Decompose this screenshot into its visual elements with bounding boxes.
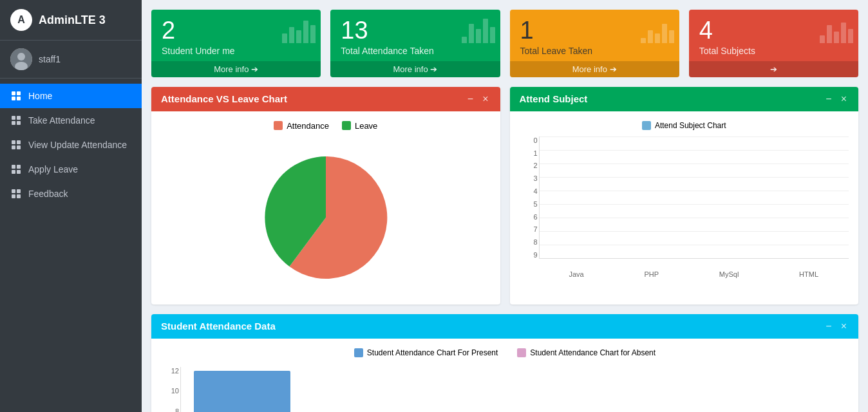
home-icon — [10, 90, 22, 102]
bar4 — [841, 23, 846, 43]
attendance-bar-present — [194, 371, 290, 412]
panel-controls2: − × — [824, 93, 849, 105]
attendance-leave-panel: Attendance VS Leave Chart − × Attendance… — [151, 87, 500, 304]
sidebar-item-view-update-attendance[interactable]: View Update Attendance — [0, 133, 142, 157]
stat-label: Total Subjects — [699, 46, 848, 56]
close-button2[interactable]: × — [839, 93, 849, 105]
attend-subject-panel-body: Attend Subject Chart 9 8 7 6 5 4 3 2 1 — [510, 111, 859, 288]
bar4 — [483, 19, 488, 43]
legend-dot-present — [354, 348, 363, 357]
legend-present: Student Attendance Chart For Present — [354, 348, 498, 357]
stat-label: Student Under me — [162, 46, 310, 56]
legend-dot-bar — [642, 121, 651, 130]
svg-rect-13 — [12, 145, 15, 149]
chart-legend: Attendance Leave — [161, 121, 491, 131]
bar4 — [662, 24, 667, 43]
svg-rect-17 — [12, 170, 15, 174]
stat-more-info[interactable]: More info ➔ — [151, 61, 321, 77]
bar3 — [834, 32, 839, 43]
bar1 — [820, 35, 825, 43]
bar-chart-decorative-icon2 — [462, 17, 495, 43]
bar2 — [289, 27, 294, 43]
stat-card-total-subjects: 4 Total Subjects ➔ — [689, 10, 858, 77]
student-attendance-title: Student Attendance Data — [161, 321, 276, 332]
svg-rect-14 — [17, 145, 21, 149]
sidebar-item-home[interactable]: Home — [0, 84, 142, 108]
svg-rect-16 — [17, 165, 21, 169]
more-info-text: More info — [214, 64, 249, 74]
stat-card-student-under-me: 2 Student Under me More info ➔ — [151, 10, 321, 77]
bars-container — [539, 136, 849, 259]
attendance-leave-panel-body: Attendance Leave — [151, 111, 500, 304]
pie-chart-svg — [249, 147, 403, 288]
user-name: staff1 — [39, 54, 61, 64]
bar-chart-decorative-icon — [282, 17, 316, 43]
sidebar-item-apply-leave[interactable]: Apply Leave — [0, 157, 142, 182]
attend-subject-panel: Attend Subject − × Attend Subject Chart — [510, 87, 859, 304]
x-axis: Java PHP MySql HTML — [539, 260, 849, 278]
take-attendance-icon — [10, 115, 22, 126]
bar4 — [303, 21, 308, 43]
stat-label: Total Leave Taken — [520, 46, 669, 56]
sidebar-item-take-attendance[interactable]: Take Attendance — [0, 108, 142, 133]
bar2 — [827, 25, 832, 43]
minimize-button2[interactable]: − — [824, 93, 833, 105]
stat-more-info[interactable]: More info ➔ — [330, 61, 500, 77]
sidebar-item-feedback[interactable]: Feedback — [0, 182, 142, 206]
bar-chart-decorative-icon4 — [820, 17, 853, 43]
sidebar-item-home-label: Home — [28, 91, 52, 101]
stat-card-icon-bg2 — [462, 17, 495, 43]
bar2 — [648, 30, 653, 43]
attendance-bars-area — [180, 367, 849, 412]
attendance-leave-title: Attendance VS Leave Chart — [161, 93, 287, 104]
attend-subject-chart-wrapper: 9 8 7 6 5 4 3 2 1 0 — [520, 136, 849, 278]
bar5 — [669, 30, 674, 43]
panel-controls3: − × — [824, 321, 849, 332]
svg-rect-6 — [17, 97, 21, 100]
sidebar-item-take-attendance-label: Take Attendance — [28, 115, 95, 126]
brand-name: AdminLTE 3 — [39, 14, 106, 27]
svg-rect-19 — [12, 189, 15, 193]
bar2 — [469, 24, 474, 43]
minimize-button3[interactable]: − — [824, 321, 833, 332]
svg-rect-9 — [12, 121, 15, 125]
student-attendance-panel-header: Student Attendance Data − × — [151, 314, 858, 339]
svg-rect-20 — [17, 189, 21, 193]
legend-dot-leave — [342, 121, 351, 130]
dual-legend: Student Attendance Chart For Present Stu… — [161, 348, 849, 357]
stat-more-info[interactable]: More info ➔ — [510, 61, 679, 77]
stat-more-info[interactable]: ➔ — [689, 61, 858, 77]
more-info-text: More info — [572, 64, 607, 74]
legend-label-leave: Leave — [355, 121, 377, 131]
student-attendance-panel-body: Student Attendance Chart For Present Stu… — [151, 339, 858, 412]
close-button[interactable]: × — [480, 93, 490, 105]
legend-bar-label: Attend Subject Chart — [655, 121, 726, 130]
close-button3[interactable]: × — [839, 321, 849, 332]
svg-point-1 — [17, 53, 25, 61]
bar5 — [310, 25, 316, 43]
stat-card-icon-bg — [282, 17, 316, 43]
brand-logo-letter: A — [17, 14, 25, 26]
bar-php — [632, 136, 725, 258]
svg-rect-22 — [17, 194, 21, 198]
y-axis-attendance: 8 10 12 — [161, 367, 179, 412]
bar1 — [462, 37, 467, 43]
charts-row: Attendance VS Leave Chart − × Attendance… — [151, 87, 858, 304]
stat-card-icon-bg4 — [820, 17, 853, 43]
legend-bar: Attend Subject Chart — [642, 121, 726, 130]
apply-leave-icon — [10, 164, 22, 175]
bar-mysql — [725, 136, 818, 258]
main-content: 2 Student Under me More info ➔ 13 Total … — [142, 0, 868, 412]
feedback-icon — [10, 188, 22, 200]
y-axis: 9 8 7 6 5 4 3 2 1 0 — [520, 136, 538, 259]
sidebar-item-feedback-label: Feedback — [28, 189, 68, 199]
attend-subject-legend: Attend Subject Chart — [520, 121, 849, 130]
legend-attendance: Attendance — [274, 121, 329, 131]
svg-rect-11 — [12, 140, 15, 144]
bar1 — [641, 38, 646, 43]
minimize-button[interactable]: − — [466, 93, 475, 105]
bar-java — [540, 136, 632, 258]
svg-rect-10 — [17, 121, 21, 125]
svg-rect-21 — [12, 194, 15, 198]
attend-subject-panel-header: Attend Subject − × — [510, 87, 859, 111]
